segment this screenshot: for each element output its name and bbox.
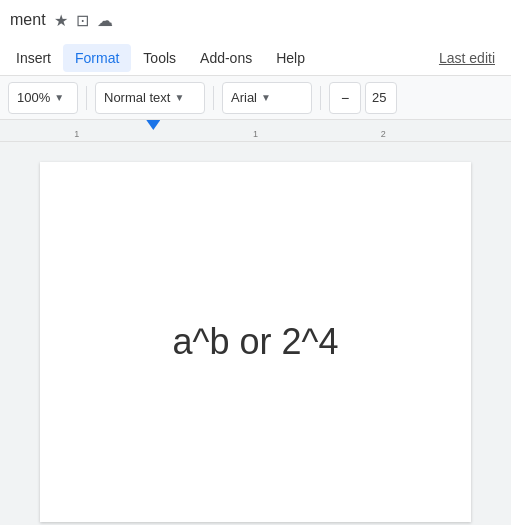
ruler-tick-2: 1	[253, 129, 258, 139]
menu-bar: Insert Format Tools Add-ons Help Last ed…	[0, 40, 511, 76]
drive-icon[interactable]: ⊡	[76, 11, 89, 30]
ruler-content: 1 1 2	[0, 120, 511, 141]
text-style-select[interactable]: Normal text ▼	[95, 82, 205, 114]
toolbar-separator-3	[320, 86, 321, 110]
ruler: 1 1 2	[0, 120, 511, 142]
ruler-tick-1: 1	[74, 129, 79, 139]
font-size-display: 25	[365, 82, 397, 114]
zoom-select[interactable]: 100% ▼	[8, 82, 78, 114]
toolbar-separator-1	[86, 86, 87, 110]
ruler-marker[interactable]	[146, 120, 160, 130]
toolbar-separator-2	[213, 86, 214, 110]
cloud-icon[interactable]: ☁	[97, 11, 113, 30]
ruler-tick-3: 2	[381, 129, 386, 139]
menu-tools[interactable]: Tools	[131, 44, 188, 72]
title-bar: ment ★ ⊡ ☁	[0, 0, 511, 40]
font-chevron-icon: ▼	[261, 92, 271, 103]
star-icon[interactable]: ★	[54, 11, 68, 30]
document-page: a^b or 2^4	[40, 162, 471, 522]
font-select[interactable]: Arial ▼	[222, 82, 312, 114]
zoom-chevron-icon: ▼	[54, 92, 64, 103]
last-edit: Last editi	[427, 44, 507, 72]
toolbar: 100% ▼ Normal text ▼ Arial ▼ − 25	[0, 76, 511, 120]
menu-addons[interactable]: Add-ons	[188, 44, 264, 72]
document-content[interactable]: a^b or 2^4	[173, 321, 339, 363]
document-title: ment	[10, 11, 46, 29]
font-value: Arial	[231, 90, 257, 105]
style-chevron-icon: ▼	[174, 92, 184, 103]
decrease-font-button[interactable]: −	[329, 82, 361, 114]
zoom-value: 100%	[17, 90, 50, 105]
document-area: a^b or 2^4	[0, 142, 511, 525]
text-style-value: Normal text	[104, 90, 170, 105]
menu-insert[interactable]: Insert	[4, 44, 63, 72]
menu-format[interactable]: Format	[63, 44, 131, 72]
menu-help[interactable]: Help	[264, 44, 317, 72]
